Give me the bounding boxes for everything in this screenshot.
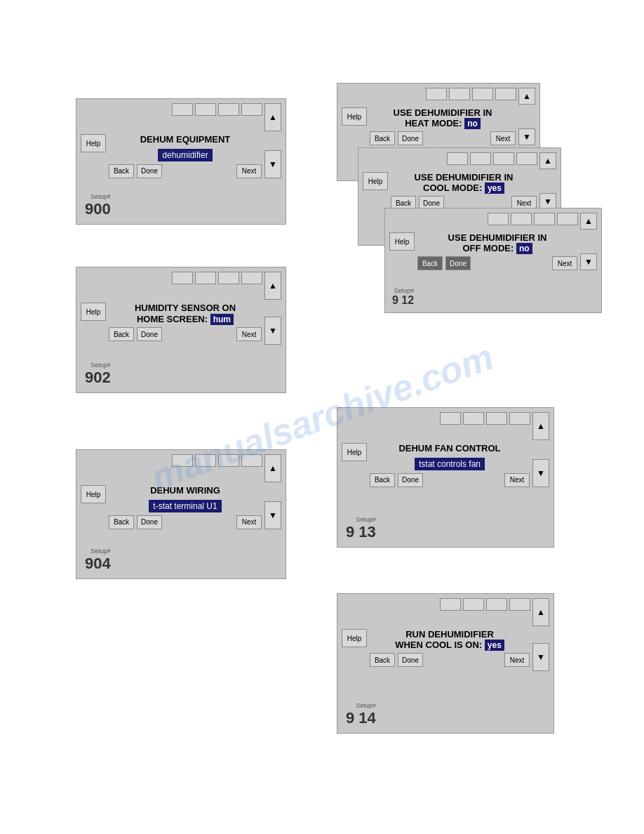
panel-914-actions: Back Done Next (370, 653, 530, 667)
panel-91-off-up-arrow[interactable]: ▲ (580, 213, 597, 230)
panel-913-smallbtn-3[interactable] (486, 412, 507, 425)
panel-91-heat-up-arrow[interactable]: ▲ (518, 88, 535, 105)
panel-91-off-next-btn[interactable]: Next (552, 256, 577, 270)
panel-913: ▲ Help DEHUM FAN CONTROL tstat controls … (337, 407, 554, 548)
panel-902-smallbtn-2[interactable] (195, 272, 216, 284)
panel-902-smallbtn-3[interactable] (218, 272, 239, 284)
panel-91-off-down-arrow[interactable]: ▼ (580, 253, 597, 270)
panel-902-back-btn[interactable]: Back (109, 327, 134, 341)
panel-904-up-arrow[interactable]: ▲ (264, 454, 281, 482)
panel-913-smallbtn-2[interactable] (463, 412, 484, 425)
panel-900-main: Help DEHUM EQUIPMENT dehumidifier Back D… (81, 134, 281, 178)
panel-914-title-line2: WHEN COOL IS ON: (395, 640, 482, 650)
panel-900-smallbtn-3[interactable] (218, 103, 239, 116)
panel-914-help-btn[interactable]: Help (342, 629, 367, 647)
panel-91-heat-left: Help (342, 107, 367, 145)
panel-904-value: t-stat terminal U1 (149, 500, 221, 512)
panel-91-heat-down-arrow[interactable]: ▼ (518, 128, 535, 145)
panel-902-next-btn[interactable]: Next (236, 327, 262, 341)
panel-91-off-smallbtn-2[interactable] (511, 213, 532, 225)
panel-913-down-arrow[interactable]: ▼ (532, 459, 549, 487)
panel-91-off-done-btn[interactable]: Done (445, 256, 471, 270)
panel-913-help-btn[interactable]: Help (342, 443, 367, 461)
panel-902-smallbtn-4[interactable] (241, 272, 262, 284)
panel-91-heat-right: ▼ (518, 107, 535, 145)
panel-900-down-arrow[interactable]: ▼ (264, 150, 281, 178)
panel-913-done-btn[interactable]: Done (398, 473, 423, 487)
panel-91-off-back-btn[interactable]: Back (417, 256, 443, 270)
panel-902-help-btn[interactable]: Help (81, 303, 106, 321)
panel-914-setup: Setup# 9 14 (346, 701, 376, 727)
panel-904-smallbtn-2[interactable] (195, 454, 216, 467)
panel-91-off-smallbtn-3[interactable] (534, 213, 555, 225)
panel-904-down-arrow[interactable]: ▼ (264, 501, 281, 529)
panel-913-next-btn[interactable]: Next (504, 473, 530, 487)
panel-914-smallbtn-2[interactable] (463, 598, 484, 611)
panel-902-smallbtn-1[interactable] (172, 272, 193, 284)
panel-913-back-btn[interactable]: Back (370, 473, 395, 487)
panel-914-smallbtn-4[interactable] (509, 598, 530, 611)
panel-91-heat-smallbtn-2[interactable] (449, 88, 470, 100)
panel-913-smallbtn-4[interactable] (509, 412, 530, 425)
panel-914-smallbtn-1[interactable] (440, 598, 461, 611)
panel-914: ▲ Help RUN DEHUMIDIFIER WHEN COOL IS ON:… (337, 593, 554, 734)
panel-902-setup-label: Setup# (85, 362, 111, 369)
panel-900-smallbtn-4[interactable] (241, 103, 262, 116)
panel-913-smallbtn-1[interactable] (440, 412, 461, 425)
panel-913-setup: Setup# 9 13 (346, 515, 376, 541)
panel-91-off-smallbtn-4[interactable] (557, 213, 578, 225)
panel-900-back-btn[interactable]: Back (109, 164, 134, 178)
panel-91-off-top-row: ▲ (389, 213, 597, 230)
panel-904-next-btn[interactable]: Next (236, 515, 262, 529)
panel-91-cool-help-btn[interactable]: Help (363, 172, 388, 190)
panel-904-top-row: ▲ (81, 454, 281, 482)
panel-902-done-btn[interactable]: Done (137, 327, 162, 341)
panel-900-up-arrow[interactable]: ▲ (264, 103, 281, 131)
panel-91-heat-next-btn[interactable]: Next (490, 131, 516, 145)
panel-91-cool-smallbtn-4[interactable] (516, 152, 537, 165)
panel-91-heat-smallbtn-1[interactable] (426, 88, 447, 100)
panel-91-cool-smallbtn-2[interactable] (470, 152, 491, 165)
panel-914-smallbtn-3[interactable] (486, 598, 507, 611)
panel-91-off-help-btn[interactable]: Help (389, 232, 415, 251)
panel-900-smallbtn-2[interactable] (195, 103, 216, 116)
panel-904-smallbtn-3[interactable] (218, 454, 239, 467)
panel-904-smallbtn-1[interactable] (172, 454, 193, 467)
panel-902-up-arrow[interactable]: ▲ (264, 272, 281, 300)
panel-904-title: DEHUM WIRING (109, 485, 262, 496)
panel-91-cool-content: USE DEHUMIDIFIER IN COOL MODE: yes Back … (391, 172, 537, 210)
panel-91-off: ▲ Help USE DEHUMIDIFIER IN OFF MODE: no … (384, 208, 602, 313)
panel-91-cool-smallbtn-1[interactable] (447, 152, 468, 165)
panel-91-heat-done-btn[interactable]: Done (398, 131, 423, 145)
panel-902-actions: Back Done Next (109, 327, 262, 341)
panel-904-back-btn[interactable]: Back (109, 515, 134, 529)
panel-900-done-btn[interactable]: Done (137, 164, 162, 178)
panel-900-next-btn[interactable]: Next (236, 164, 262, 178)
panel-91-cool-up-arrow[interactable]: ▲ (539, 152, 556, 169)
panel-902-down-arrow[interactable]: ▼ (264, 317, 281, 345)
panel-904-left: Help (81, 485, 106, 529)
panel-900-right: ▼ (264, 134, 281, 178)
panel-91-off-smallbtn-1[interactable] (488, 213, 509, 225)
panel-900-help-btn[interactable]: Help (81, 134, 106, 152)
panel-91-cool-value: yes (485, 183, 504, 194)
panel-914-back-btn[interactable]: Back (370, 653, 395, 667)
panel-914-up-arrow[interactable]: ▲ (532, 598, 549, 626)
panel-900-content: DEHUM EQUIPMENT dehumidifier Back Done N… (109, 134, 262, 178)
panel-91-cool-smallbtn-3[interactable] (493, 152, 514, 165)
panel-904-smallbtn-4[interactable] (241, 454, 262, 467)
panel-91-heat-smallbtn-4[interactable] (495, 88, 516, 100)
panel-913-content: DEHUM FAN CONTROL tstat controls fan Bac… (370, 443, 530, 487)
panel-91-heat-back-btn[interactable]: Back (370, 131, 395, 145)
panel-914-done-btn[interactable]: Done (398, 653, 423, 667)
panel-904-done-btn[interactable]: Done (137, 515, 162, 529)
panel-904-help-btn[interactable]: Help (81, 485, 106, 503)
panel-91-heat-smallbtn-3[interactable] (472, 88, 493, 100)
panel-914-next-btn[interactable]: Next (504, 653, 530, 667)
panel-914-left: Help (342, 629, 367, 671)
panel-902-left: Help (81, 303, 106, 345)
panel-91-heat-help-btn[interactable]: Help (342, 107, 367, 126)
panel-900-smallbtn-1[interactable] (172, 103, 193, 116)
panel-913-up-arrow[interactable]: ▲ (532, 412, 549, 440)
panel-914-down-arrow[interactable]: ▼ (532, 643, 549, 671)
